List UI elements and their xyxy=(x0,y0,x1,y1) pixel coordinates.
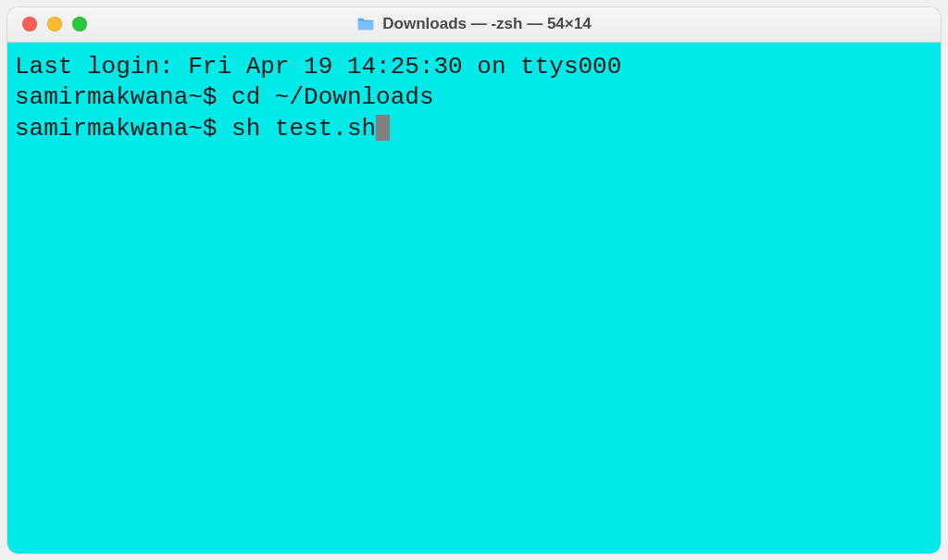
close-button[interactable] xyxy=(22,17,37,31)
terminal-window: Downloads — -zsh — 54×14 Last login: Fri… xyxy=(7,7,941,554)
window-title: Downloads — -zsh — 54×14 xyxy=(382,15,591,33)
terminal-line: samirmakwana~$ cd ~/Downloads xyxy=(15,82,933,114)
prompt-user: samirmakwana xyxy=(15,83,188,111)
minimize-button[interactable] xyxy=(47,17,62,31)
folder-icon xyxy=(356,17,375,31)
title-bar[interactable]: Downloads — -zsh — 54×14 xyxy=(7,7,941,43)
terminal-body[interactable]: Last login: Fri Apr 19 14:25:30 on ttys0… xyxy=(7,43,941,554)
title-content: Downloads — -zsh — 54×14 xyxy=(356,15,591,33)
terminal-line: samirmakwana~$ sh test.sh xyxy=(15,114,933,145)
maximize-button[interactable] xyxy=(72,17,87,31)
cursor xyxy=(376,115,390,141)
command-text: cd ~/Downloads xyxy=(231,83,433,111)
last-login-line: Last login: Fri Apr 19 14:25:30 on ttys0… xyxy=(15,52,933,83)
command-text: sh test.sh xyxy=(231,115,376,143)
prompt-symbol: ~$ xyxy=(188,83,217,111)
prompt-symbol: ~$ xyxy=(188,115,217,143)
traffic-lights xyxy=(7,17,87,31)
prompt-user: samirmakwana xyxy=(15,115,188,143)
